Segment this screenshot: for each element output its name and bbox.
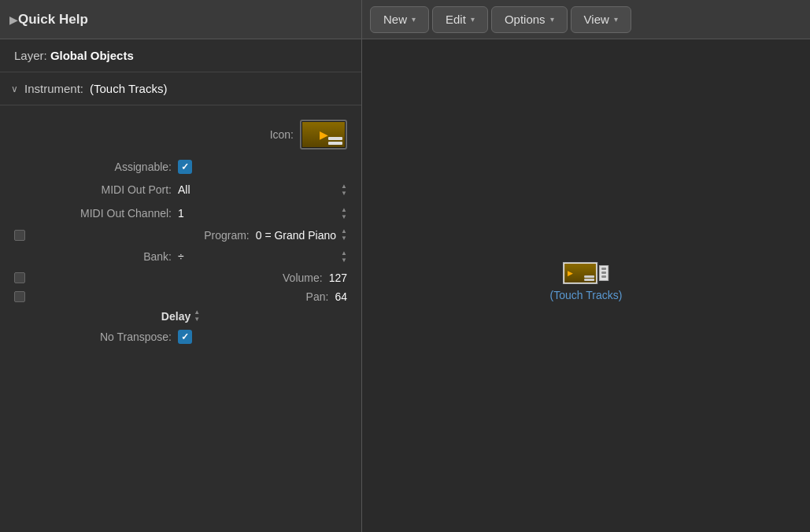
menu-bar-left: ▶ Quick Help [0,0,362,39]
instrument-header[interactable]: ∨ Instrument: (Touch Tracks) [0,72,361,105]
edit-chevron-icon: ▾ [471,15,475,24]
program-row: Program: 0 = Grand Piano ▲ ▼ [0,225,361,245]
menu-bar-right: New ▾ Edit ▾ Options ▾ View ▾ [362,0,810,39]
midi-out-port-row: MIDI Out Port: All ▲ ▼ [0,178,361,201]
quick-help-expand-icon[interactable]: ▶ [9,13,18,26]
touch-tracks-flag-icon [600,265,609,281]
volume-value: 127 [329,272,347,284]
touch-tracks-label: (Touch Tracks) [550,289,623,301]
midi-out-port-stepper[interactable]: ▲ ▼ [341,183,347,197]
instrument-chevron-icon: ∨ [11,83,18,94]
left-panel: Layer: Global Objects ∨ Instrument: (Tou… [0,39,362,532]
menu-bar: ▶ Quick Help New ▾ Edit ▾ Options ▾ View… [0,0,810,39]
volume-row: Volume: 127 [0,268,361,287]
program-checkbox[interactable] [14,230,25,241]
no-transpose-label: No Transpose: [14,331,172,343]
tt-tracks [585,275,595,281]
quick-help-title: Quick Help [18,12,88,28]
icon-label: Icon: [270,128,294,141]
pan-checkbox[interactable] [14,291,25,302]
pan-label: Pan: [30,290,328,303]
program-value: 0 = Grand Piano [256,229,336,242]
tt-flag-line-1 [602,268,607,270]
tt-flag-line-3 [602,275,607,278]
checkmark-icon: ✓ [181,161,189,172]
bank-up-icon[interactable]: ▲ [341,250,347,257]
view-button[interactable]: View ▾ [571,6,631,33]
midi-out-port-up-icon[interactable]: ▲ [341,183,347,190]
options-chevron-icon: ▾ [550,15,554,24]
layer-row: Layer: Global Objects [0,39,361,72]
midi-out-channel-stepper[interactable]: ▲ ▼ [341,207,347,220]
pan-value: 64 [335,290,347,303]
instrument-section: ∨ Instrument: (Touch Tracks) [0,72,361,105]
volume-label: Volume: [30,272,323,284]
assignable-checkbox[interactable]: ✓ [178,160,192,174]
delay-stepper[interactable]: ▲ ▼ [194,309,200,323]
instrument-icon-inner: ▶ [302,122,345,147]
no-transpose-row: No Transpose: ✓ [0,326,361,348]
tt-flag-line-2 [602,272,607,274]
properties-area: Icon: ▶ Assignable: [0,105,361,356]
midi-out-channel-down-icon[interactable]: ▼ [341,214,347,220]
instrument-value: (Touch Tracks) [90,82,167,95]
delay-row: Delay ▲ ▼ [0,306,361,326]
icon-row: Icon: ▶ [0,113,361,156]
delay-up-icon[interactable]: ▲ [194,309,200,316]
play-icon: ▶ [320,128,328,141]
program-label: Program: [30,229,250,242]
volume-checkbox[interactable] [14,272,25,283]
midi-out-port-down-icon[interactable]: ▼ [341,190,347,197]
edit-button[interactable]: Edit ▾ [432,6,488,33]
bank-value: ÷ [178,250,338,263]
touch-tracks-icon: ▶ [564,262,598,284]
instrument-icon-display[interactable]: ▶ [300,120,347,150]
tt-play-icon: ▶ [568,269,573,277]
layer-label: Layer: [14,49,47,62]
midi-out-port-value: All [178,183,338,196]
track-line-1 [328,137,342,140]
touch-tracks-object[interactable]: ▶ (Touch Tracks) [550,262,623,301]
touch-tracks-icon-wrapper: ▶ [564,262,609,284]
bank-label: Bank: [14,250,172,263]
program-stepper[interactable]: ▲ ▼ [341,228,347,242]
midi-out-channel-up-icon[interactable]: ▲ [341,207,347,213]
new-button[interactable]: New ▾ [370,6,429,33]
pan-row: Pan: 64 [0,287,361,306]
options-button[interactable]: Options ▾ [491,6,568,33]
new-chevron-icon: ▾ [412,15,416,24]
program-up-icon[interactable]: ▲ [341,228,347,235]
instrument-label: Instrument: [24,82,83,95]
layer-value: Global Objects [50,49,134,62]
no-transpose-checkmark-icon: ✓ [181,331,189,342]
bank-row: Bank: ÷ ▲ ▼ [0,245,361,268]
delay-label: Delay [161,310,190,323]
assignable-row: Assignable: ✓ [0,156,361,178]
view-chevron-icon: ▾ [614,15,618,24]
tt-track-1 [585,275,595,278]
right-panel: ▶ (Touch Tracks) [362,39,810,532]
midi-out-channel-label: MIDI Out Channel: [14,207,172,220]
tt-track-2 [585,279,595,281]
no-transpose-checkbox[interactable]: ✓ [178,330,192,344]
midi-out-channel-value: 1 [178,207,338,220]
delay-down-icon[interactable]: ▼ [194,316,200,323]
touch-tracks-icon-inner: ▶ [565,264,597,283]
midi-out-port-label: MIDI Out Port: [14,183,172,196]
bank-stepper[interactable]: ▲ ▼ [341,250,347,264]
track-line-2 [328,142,342,145]
assignable-label: Assignable: [14,161,172,173]
program-down-icon[interactable]: ▼ [341,235,347,242]
main-content: Layer: Global Objects ∨ Instrument: (Tou… [0,39,810,532]
midi-out-channel-row: MIDI Out Channel: 1 ▲ ▼ [0,201,361,225]
tracks-symbol [328,137,342,145]
bank-down-icon[interactable]: ▼ [341,257,347,264]
